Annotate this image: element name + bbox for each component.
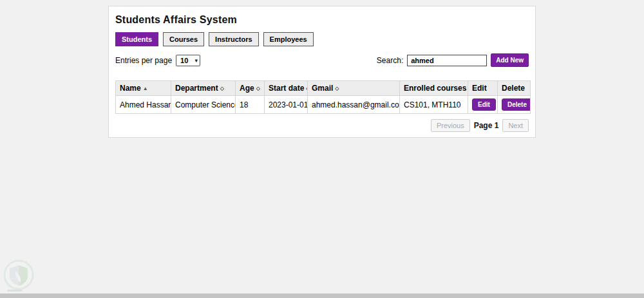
pagination: Previous Page 1 Next (115, 119, 529, 132)
table-controls: Entries per page 10 ▾ Search: Add New (115, 53, 529, 67)
delete-button[interactable]: Delete (502, 98, 531, 111)
cell-age: 18 (236, 96, 265, 114)
cell-gmail: ahmed.hassan@gmail.com (308, 96, 400, 114)
column-header-department[interactable]: Department◇ (171, 81, 236, 96)
page-title: Students Affairs System (115, 14, 529, 26)
tab-courses[interactable]: Courses (163, 32, 204, 46)
search-label: Search: (377, 56, 403, 65)
page-indicator: Page 1 (474, 121, 499, 130)
add-new-button[interactable]: Add New (491, 53, 529, 67)
column-header-edit: Edit (468, 81, 498, 96)
tab-bar: Students Courses Instructors Employees (115, 32, 529, 46)
entries-per-page-label: Entries per page (115, 56, 172, 65)
column-header-start-date[interactable]: Start date◇ (265, 81, 308, 96)
tab-employees[interactable]: Employees (263, 32, 314, 46)
previous-button[interactable]: Previous (431, 119, 470, 132)
sort-icon: ◇ (220, 86, 224, 91)
sort-icon: ◇ (256, 86, 260, 91)
cell-start-date: 2023-01-01 (265, 96, 308, 114)
column-header-age[interactable]: Age◇ (236, 81, 265, 96)
table-row: Ahmed Hassan Computer Science 18 2023-01… (116, 96, 531, 114)
tab-students[interactable]: Students (115, 32, 158, 46)
main-card: Students Affairs System Students Courses… (108, 6, 536, 138)
watermark-logo (2, 259, 37, 293)
table-header-row: Name▲ Department◇ Age◇ Start date◇ Gmail… (116, 81, 531, 96)
students-table: Name▲ Department◇ Age◇ Start date◇ Gmail… (115, 80, 531, 114)
cell-name: Ahmed Hassan (116, 96, 171, 114)
sort-ascending-icon: ▲ (143, 86, 148, 91)
cell-enrolled-courses: CS101, MTH110 (400, 96, 468, 114)
column-header-name[interactable]: Name▲ (116, 81, 171, 96)
sort-icon: ◇ (335, 86, 339, 91)
search-input[interactable] (407, 55, 487, 66)
cell-delete: Delete (498, 96, 531, 114)
entries-per-page-select[interactable]: 10 (176, 55, 200, 66)
tab-instructors[interactable]: Instructors (209, 32, 258, 46)
bottom-scrollbar[interactable] (0, 293, 644, 298)
cell-department: Computer Science (171, 96, 236, 114)
next-button[interactable]: Next (502, 119, 529, 132)
column-header-gmail[interactable]: Gmail◇ (308, 81, 400, 96)
cell-edit: Edit (468, 96, 498, 114)
column-header-enrolled-courses[interactable]: Enrolled courses◇ (400, 81, 468, 96)
column-header-delete: Delete (498, 81, 531, 96)
edit-button[interactable]: Edit (472, 98, 496, 111)
entries-per-page-wrap: 10 ▾ (176, 55, 200, 66)
